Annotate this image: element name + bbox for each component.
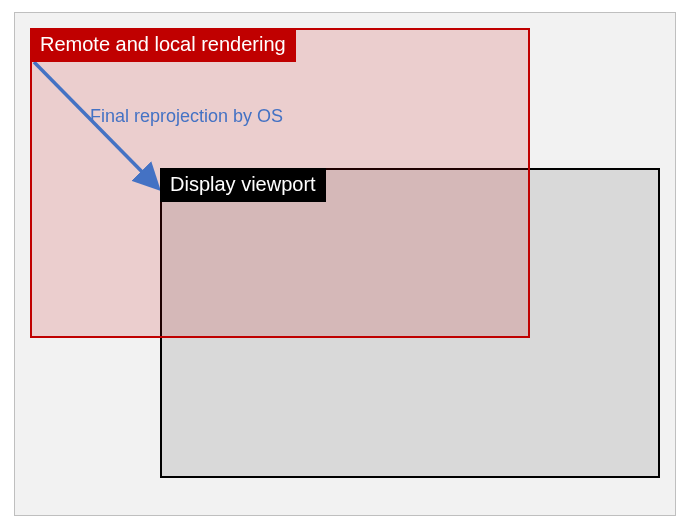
- viewport-label: Display viewport: [160, 168, 326, 202]
- rendering-label: Remote and local rendering: [30, 28, 296, 62]
- arrow-caption: Final reprojection by OS: [90, 106, 283, 127]
- diagram-canvas: Final reprojection by OS Remote and loca…: [0, 0, 691, 530]
